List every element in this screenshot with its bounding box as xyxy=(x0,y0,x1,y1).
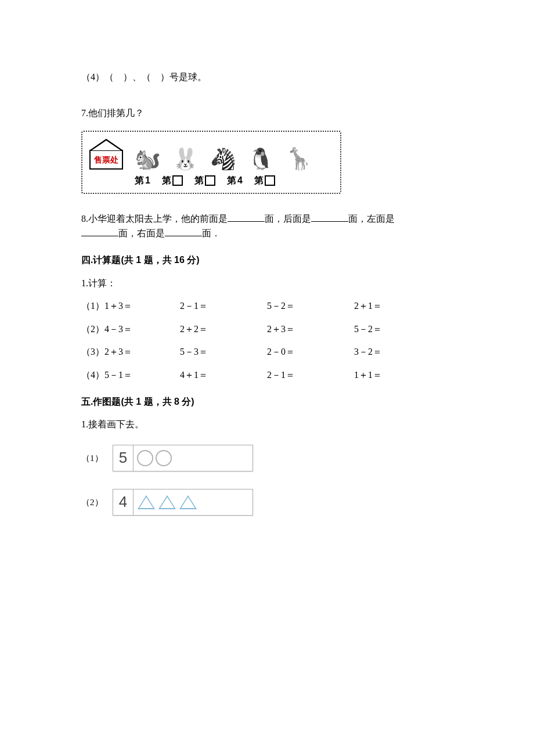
queue-labels-row: 第1 第 第 第4 第 xyxy=(89,173,333,188)
ticket-queue-box: 售票处 🐿️ 🐰 🦓 🐧 🦒 第1 第 第 第4 第 xyxy=(81,131,341,194)
animal-icon-1: 🐿️ xyxy=(135,149,161,170)
q4-suffix: ）号是球。 xyxy=(160,72,207,82)
draw-row-2: （2） 4 xyxy=(81,489,453,516)
calc-cell: 2－0＝ xyxy=(267,344,354,359)
calc-cell: （1）1＋3＝ xyxy=(81,298,180,314)
queue-slot-4: 第4 xyxy=(227,173,243,188)
q7-number: 7. xyxy=(81,108,88,118)
ticket-booth-label: 售票处 xyxy=(89,150,123,170)
section-4-heading: 四.计算题(共 1 题，共 16 分) xyxy=(81,253,453,268)
calc-cell: 5－2＝ xyxy=(267,298,354,314)
queue-slot-3[interactable]: 第 xyxy=(194,173,215,188)
q8-number: 8. xyxy=(81,214,88,224)
queue-slot-5[interactable]: 第 xyxy=(254,173,275,188)
q8-seg1: 小华迎着太阳去上学，他的前面是 xyxy=(88,214,228,224)
calc-cell: 2－1＝ xyxy=(267,368,354,383)
queue-slot-2[interactable]: 第 xyxy=(162,173,183,188)
queue-row: 售票处 🐿️ 🐰 🦓 🐧 🦒 xyxy=(89,139,333,170)
calc-cell: 1＋1＝ xyxy=(354,368,441,383)
calc-cell: 2＋3＝ xyxy=(267,322,354,337)
worksheet-page: （4）（ ）、（ ）号是球。 7.他们排第几？ 售票处 🐿️ 🐰 🦓 🐧 🦒 第… xyxy=(0,0,534,568)
calc-cell: 2－1＝ xyxy=(180,298,267,314)
blank-box-icon[interactable] xyxy=(172,175,183,186)
question-8: 8.小华迎着太阳去上学，他的前面是面，后面是面，左面是面，右面是面． xyxy=(81,211,453,241)
fill-blank[interactable] xyxy=(228,213,265,222)
calc-cell: 3－2＝ xyxy=(354,344,441,359)
question-7-figure: 售票处 🐿️ 🐰 🦓 🐧 🦒 第1 第 第 第4 第 xyxy=(81,131,453,194)
draw-shapes-1[interactable] xyxy=(134,445,252,471)
ticket-booth-icon: 售票处 xyxy=(89,139,123,170)
q4-mid: ）、（ xyxy=(123,72,151,82)
calc-cell: 2＋1＝ xyxy=(354,298,441,314)
animal-icon-3: 🦓 xyxy=(210,149,236,170)
draw-box-1[interactable]: 5 xyxy=(113,445,253,471)
draw-shapes-2[interactable] xyxy=(134,489,252,515)
q7-prompt: 他们排第几？ xyxy=(88,108,144,118)
draw-num-2: 4 xyxy=(113,489,134,515)
triangle-icon xyxy=(179,495,197,509)
draw-box-2[interactable]: 4 xyxy=(113,489,253,516)
calc-cell: （2）4－3＝ xyxy=(81,322,180,337)
question-4-line: （4）（ ）、（ ）号是球。 xyxy=(81,70,453,85)
circle-icon xyxy=(137,450,153,466)
calc-row-1: （1）1＋3＝ 2－1＝ 5－2＝ 2＋1＝ xyxy=(81,298,453,314)
calc-row-3: （3）2＋3＝ 5－3＝ 2－0＝ 3－2＝ xyxy=(81,344,453,359)
q8-seg5: 面． xyxy=(202,228,221,238)
q8-seg4: 面，右面是 xyxy=(118,228,165,238)
calc-cell: （4）5－1＝ xyxy=(81,368,180,383)
triangle-icon xyxy=(138,495,155,509)
queue-slot-1: 第1 xyxy=(135,173,150,188)
calc-row-4: （4）5－1＝ 4＋1＝ 2－1＝ 1＋1＝ xyxy=(81,368,453,383)
triangle-icon xyxy=(158,495,176,509)
calc-cell: 5－2＝ xyxy=(354,322,441,337)
draw-label-2: （2） xyxy=(81,495,104,509)
fill-blank[interactable] xyxy=(81,228,118,236)
blank-box-icon[interactable] xyxy=(205,175,215,186)
animal-icon-5: 🦒 xyxy=(286,149,312,170)
calc-cell: 5－3＝ xyxy=(180,344,267,359)
calc-table: （1）1＋3＝ 2－1＝ 5－2＝ 2＋1＝ （2）4－3＝ 2＋2＝ 2＋3＝… xyxy=(81,298,453,382)
draw-label-1: （1） xyxy=(81,451,104,465)
blank-box-icon[interactable] xyxy=(265,175,275,186)
animal-icon-4: 🐧 xyxy=(248,149,274,170)
q8-seg3: 面，左面是 xyxy=(348,214,395,224)
animal-icon-2: 🐰 xyxy=(172,149,199,170)
circle-icon xyxy=(156,450,172,466)
calc-row-2: （2）4－3＝ 2＋2＝ 2＋3＝ 5－2＝ xyxy=(81,322,453,337)
calc-cell: 4＋1＝ xyxy=(180,368,267,383)
sec4-item-label: 1.计算： xyxy=(81,276,453,291)
calc-cell: （3）2＋3＝ xyxy=(81,344,180,359)
q8-seg2: 面，后面是 xyxy=(265,214,311,224)
calc-cell: 2＋2＝ xyxy=(180,322,267,337)
fill-blank[interactable] xyxy=(311,213,348,222)
draw-num-1: 5 xyxy=(113,445,134,471)
question-7: 7.他们排第几？ xyxy=(81,106,453,121)
q4-prefix: （4）（ xyxy=(81,72,114,82)
sec5-item-label: 1.接着画下去。 xyxy=(81,417,453,432)
draw-row-1: （1） 5 xyxy=(81,445,453,471)
section-5-heading: 五.作图题(共 1 题，共 8 分) xyxy=(81,394,453,409)
fill-blank[interactable] xyxy=(165,228,202,236)
